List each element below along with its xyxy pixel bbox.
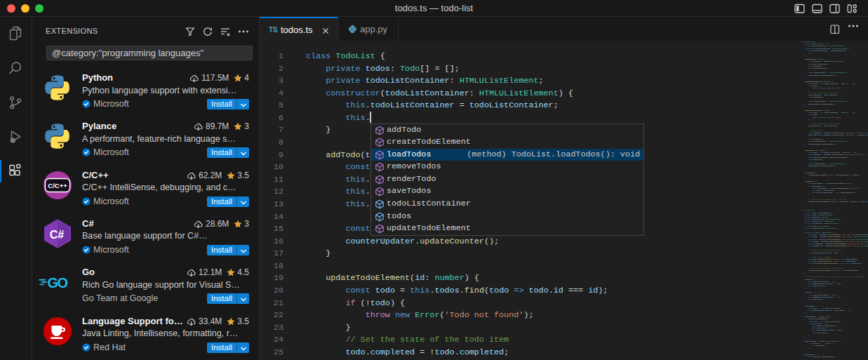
- svg-text:C#: C#: [50, 228, 65, 240]
- svg-text:GO: GO: [48, 275, 68, 291]
- svg-text:C/C++: C/C++: [48, 181, 67, 189]
